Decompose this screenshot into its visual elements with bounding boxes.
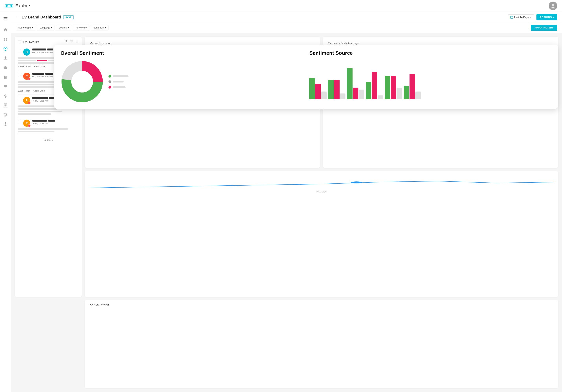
sentiment-filter[interactable]: Sentiment ▾ xyxy=(91,25,108,30)
select-all-checkbox[interactable] xyxy=(18,40,21,43)
save-button[interactable]: SAVE xyxy=(63,15,74,19)
result-checkbox[interactable] xyxy=(18,49,21,52)
dashboard-header: ← EV Brand Dashboard SAVE Last 14 Days ▾… xyxy=(11,12,562,23)
sidebar-item-document[interactable] xyxy=(1,101,10,109)
bar-pink xyxy=(315,84,321,99)
bar-section: Sentiment Source xyxy=(309,50,552,103)
header-right: Last 14 Days ▾ ACTIONS ▾ xyxy=(508,14,558,20)
svg-rect-6 xyxy=(3,19,8,19)
result-title-bar xyxy=(32,120,79,122)
sidebar-item-people[interactable] xyxy=(1,73,10,81)
legend-item-positive xyxy=(108,75,129,78)
logo-icon xyxy=(5,3,13,9)
bar-green xyxy=(347,68,352,99)
sidebar-item-chat[interactable] xyxy=(1,82,10,90)
result-checkbox[interactable] xyxy=(18,120,21,123)
app-title: Explore xyxy=(15,3,30,9)
sidebar-item-tune[interactable] xyxy=(1,111,10,119)
result-content: Today • 2:31 AM xyxy=(32,120,79,126)
bar-gray xyxy=(397,88,402,99)
bar-chart-area xyxy=(309,60,552,99)
more-icon[interactable]: ⋮ xyxy=(75,40,79,44)
svg-point-13 xyxy=(5,48,6,49)
svg-rect-5 xyxy=(3,17,8,18)
neutral-bar xyxy=(113,81,124,82)
dashboard-title: EV Brand Dashboard xyxy=(22,15,61,19)
svg-rect-9 xyxy=(6,38,7,39)
bar-group xyxy=(366,72,383,99)
bar-group xyxy=(404,74,421,99)
bar-green xyxy=(328,80,334,99)
svg-rect-7 xyxy=(3,20,8,20)
bar-gray xyxy=(415,92,421,99)
avatar-icon xyxy=(550,3,556,9)
svg-point-24 xyxy=(4,113,5,114)
echo-stat: Social Echo xyxy=(33,90,45,92)
results-count: 1.2k Results xyxy=(23,40,39,44)
svg-rect-11 xyxy=(6,39,7,41)
svg-line-35 xyxy=(67,42,67,43)
svg-point-39 xyxy=(351,182,362,184)
results-actions: ⋮ xyxy=(64,40,79,44)
sort-icon[interactable] xyxy=(70,40,73,44)
bar-pink xyxy=(410,74,415,99)
timeline-card: 03-12-2020 xyxy=(85,171,558,297)
bar-group xyxy=(328,80,345,99)
sidebar-menu-icon[interactable] xyxy=(1,15,10,23)
result-avatar: P xyxy=(23,120,30,127)
source-type-filter[interactable]: Source type ▾ xyxy=(16,25,35,30)
language-filter[interactable]: Language ▾ xyxy=(37,25,54,30)
donut-legend xyxy=(108,75,129,89)
svg-rect-19 xyxy=(4,103,7,107)
actions-button[interactable]: ACTIONS ▾ xyxy=(537,14,557,20)
svg-point-44 xyxy=(71,71,93,92)
reach-stat: 1.56k Reach xyxy=(18,90,30,92)
sidebar-item-settings[interactable] xyxy=(1,120,10,128)
overall-sentiment-title: Overall Sentiment xyxy=(60,50,303,56)
top-countries-card: Top Countries xyxy=(85,300,558,388)
donut-wrapper xyxy=(60,60,303,103)
svg-rect-30 xyxy=(511,16,513,18)
user-avatar[interactable] xyxy=(549,1,557,10)
svg-rect-8 xyxy=(4,38,5,39)
bar-group xyxy=(347,68,364,99)
media-exposure-title: Media Exposure xyxy=(90,41,315,45)
svg-rect-18 xyxy=(4,85,7,87)
sidebar-item-dashboard[interactable] xyxy=(1,35,10,43)
negative-dot xyxy=(108,86,111,89)
date-range-chevron: ▾ xyxy=(530,16,532,19)
result-text-lines xyxy=(18,128,79,132)
sidebar-item-download[interactable] xyxy=(1,54,10,62)
svg-rect-10 xyxy=(4,39,5,41)
sidebar-item-share[interactable] xyxy=(1,92,10,100)
positive-dot xyxy=(108,75,111,78)
bar-pink xyxy=(391,76,396,99)
search-icon[interactable] xyxy=(64,40,68,44)
sidebar-item-home[interactable] xyxy=(1,26,10,34)
svg-point-3 xyxy=(552,4,554,6)
date-range-picker[interactable]: Last 14 Days ▾ xyxy=(508,14,534,20)
apply-filters-button[interactable]: APPLY FILTERS xyxy=(531,25,557,31)
bar-green xyxy=(385,76,390,99)
result-checkbox[interactable] xyxy=(18,97,21,100)
sidebar-item-cloud[interactable] xyxy=(1,64,10,71)
keyword-filter[interactable]: Keyword ▾ xyxy=(73,25,89,30)
bar-pink xyxy=(334,80,340,99)
bar-gray xyxy=(378,95,383,99)
svg-point-1 xyxy=(6,5,8,7)
date-label: 03-12-2020 xyxy=(88,191,555,193)
svg-point-14 xyxy=(4,76,5,77)
legend-item-neutral xyxy=(108,80,129,83)
bar-pink xyxy=(353,88,358,99)
svg-point-28 xyxy=(4,116,5,117)
sidebar-item-explore[interactable] xyxy=(1,45,10,53)
result-checkbox[interactable] xyxy=(18,73,21,76)
result-item-header: P Today • 2:31 AM xyxy=(18,120,79,127)
neutral-dot xyxy=(108,80,111,83)
positive-bar xyxy=(113,75,129,77)
country-filter[interactable]: Country ▾ xyxy=(56,25,71,30)
back-button[interactable]: ← xyxy=(16,15,19,19)
content-area: ← EV Brand Dashboard SAVE Last 14 Days ▾… xyxy=(11,12,562,392)
donut-chart-svg xyxy=(60,60,104,103)
svg-point-4 xyxy=(551,7,555,9)
